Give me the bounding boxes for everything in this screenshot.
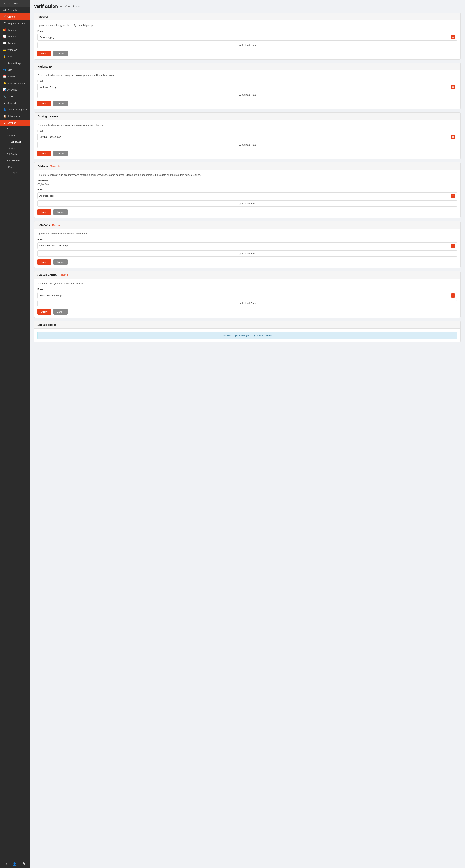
social-security-file-row: Social Security.webp ✕ [37, 292, 457, 299]
social-security-required-badge: (Required) [59, 274, 68, 276]
national-id-remove-button[interactable]: ✕ [451, 85, 455, 89]
address-files-label: Files [37, 188, 457, 191]
withdraw-icon: 💳 [3, 48, 6, 51]
tools-icon: 🔧 [3, 95, 6, 98]
power-icon[interactable]: ⏻ [22, 863, 25, 866]
sidebar-item-dashboard[interactable]: ⊙ Dashboard [0, 0, 30, 7]
sidebar-sub-social-profile[interactable]: Social Profile [0, 157, 30, 164]
sidebar-item-analytics[interactable]: 📊 Analytics [0, 86, 30, 93]
passport-upload-button[interactable]: ☁ Upload Files [37, 42, 457, 48]
sidebar-sub-verification[interactable]: Verification [0, 139, 30, 145]
booking-icon: 📅 [3, 75, 6, 78]
sidebar-item-reports[interactable]: 📈 Reports [0, 33, 30, 40]
external-link-icon[interactable]: ⬡ [4, 862, 7, 866]
address-cancel-button[interactable]: Cancel [53, 209, 67, 215]
passport-cancel-button[interactable]: Cancel [53, 51, 67, 57]
sidebar-item-orders[interactable]: 🛒 Orders [0, 13, 30, 20]
sidebar-item-request-quotes[interactable]: ☰ Request Quotes [0, 20, 30, 27]
passport-submit-button[interactable]: Submit [37, 51, 52, 57]
orders-icon: 🛒 [3, 15, 6, 18]
national-id-action-row: Submit Cancel [37, 100, 457, 106]
social-security-cancel-button[interactable]: Cancel [53, 309, 67, 315]
passport-remove-button[interactable]: ✕ [451, 35, 455, 39]
company-submit-button[interactable]: Submit [37, 259, 52, 265]
driving-license-files-label: Files [37, 129, 457, 132]
driving-license-submit-button[interactable]: Submit [37, 151, 52, 156]
sidebar-sub-shipping[interactable]: Shipping [0, 145, 30, 151]
sidebar-item-user-subscriptions[interactable]: 👤 User Subscriptions [0, 106, 30, 113]
visit-store-link[interactable]: Visit Store [64, 4, 80, 8]
social-security-upload-button[interactable]: ☁ Upload Files [37, 300, 457, 306]
sidebar-item-support[interactable]: ⚙ Support [0, 100, 30, 106]
social-security-submit-button[interactable]: Submit [37, 309, 52, 315]
address-description: Fill out all address fields accurately a… [37, 173, 457, 177]
driving-license-card-body: Please upload a scanned copy or photo of… [34, 120, 460, 159]
sidebar-sub-payment[interactable]: Payment [0, 132, 30, 139]
sidebar-sub-shipstation[interactable]: ShipStation [0, 151, 30, 157]
address-file-name: Address.jpeg [39, 194, 54, 197]
sidebar-item-badge[interactable]: 🏅 Badge [0, 53, 30, 60]
driving-license-cancel-button[interactable]: Cancel [53, 151, 67, 156]
driving-license-action-row: Submit Cancel [37, 151, 457, 156]
subscription-icon: 📋 [3, 115, 6, 118]
sidebar-item-coupons[interactable]: 🎁 Coupons [0, 27, 30, 33]
settings-menu-header[interactable]: ⚙ Settings [0, 120, 30, 126]
passport-file-row: Passport.jpeg ✕ [37, 34, 457, 40]
driving-license-card-header: Driving License [34, 113, 460, 120]
sidebar-item-tools[interactable]: 🔧 Tools [0, 93, 30, 100]
company-upload-button[interactable]: ☁ Upload Files [37, 250, 457, 256]
national-id-files-label: Files [37, 80, 457, 82]
social-security-description: Please provide your social secutiry numb… [37, 282, 457, 285]
sidebar-item-staff[interactable]: 👥 Staff [0, 66, 30, 73]
passport-card: Passport Upload a scanned copy or photo … [34, 12, 461, 60]
sidebar-item-booking[interactable]: 📅 Booking [0, 73, 30, 80]
driving-license-description: Please upload a scanned copy or photo of… [37, 123, 457, 127]
no-app-notice: No Social App is configured by website A… [37, 332, 457, 339]
address-value: Afghanistan [37, 183, 457, 186]
sidebar-sub-store-seo[interactable]: Store SEO [0, 170, 30, 176]
address-required-badge: (Required) [50, 165, 60, 167]
coupons-icon: 🎁 [3, 28, 6, 31]
driving-license-file-row: Driving License.jpeg ✕ [37, 134, 457, 141]
driving-license-remove-button[interactable]: ✕ [451, 135, 455, 139]
address-upload-button[interactable]: ☁ Upload Files [37, 200, 457, 207]
national-id-title: National ID [37, 65, 52, 68]
company-remove-button[interactable]: ✕ [451, 244, 455, 248]
driving-license-upload-button[interactable]: ☁ Upload Files [37, 142, 457, 148]
address-submit-button[interactable]: Submit [37, 209, 52, 215]
user-icon[interactable]: 👤 [13, 862, 17, 866]
address-file-row: Address.jpeg ✕ [37, 192, 457, 199]
sidebar-item-return-request[interactable]: ↩ Return Request [0, 60, 30, 66]
sidebar-item-products[interactable]: 🏷 Products [0, 7, 30, 13]
address-field-label: Address: [37, 179, 457, 182]
social-profiles-card-header: Social Profiles [34, 321, 460, 329]
company-cancel-button[interactable]: Cancel [53, 259, 67, 265]
request-quotes-icon: ☰ [3, 22, 6, 25]
social-security-action-row: Submit Cancel [37, 309, 457, 315]
sidebar-sub-rma[interactable]: RMA [0, 164, 30, 170]
sidebar-sub-store[interactable]: Store [0, 126, 30, 132]
address-remove-button[interactable]: ✕ [451, 194, 455, 198]
national-id-description: Please upload a scanned copy or photo of… [37, 73, 457, 77]
sidebar: ⊙ Dashboard 🏷 Products 🛒 Orders ☰ Reques… [0, 0, 30, 868]
company-files-label: Files [37, 238, 457, 241]
company-card-body: Upload your company's registration docum… [34, 229, 460, 268]
sidebar-bottom: ⬡ 👤 ⏻ [0, 860, 30, 868]
address-action-row: Submit Cancel [37, 209, 457, 215]
sidebar-item-reviews[interactable]: 💬 Reviews [0, 40, 30, 46]
address-card-body: Fill out all address fields accurately a… [34, 170, 460, 218]
passport-action-row: Submit Cancel [37, 51, 457, 57]
national-id-cancel-button[interactable]: Cancel [53, 100, 67, 106]
sidebar-item-withdraw[interactable]: 💳 Withdraw [0, 46, 30, 53]
social-security-title: Social Security [37, 273, 57, 277]
driving-license-card: Driving License Please upload a scanned … [34, 112, 461, 159]
sidebar-item-announcements[interactable]: 🔔 Announcements [0, 80, 30, 86]
national-id-upload-button[interactable]: ☁ Upload Files [37, 92, 457, 98]
badge-icon: 🏅 [3, 55, 6, 58]
social-security-remove-button[interactable]: ✕ [451, 293, 455, 298]
passport-description: Upload a scanned copy or photo of your v… [37, 24, 457, 27]
dashboard-icon: ⊙ [3, 2, 6, 5]
national-id-card-header: National ID [34, 63, 460, 70]
sidebar-item-subscription[interactable]: 📋 Subscription [0, 113, 30, 120]
national-id-submit-button[interactable]: Submit [37, 100, 52, 106]
